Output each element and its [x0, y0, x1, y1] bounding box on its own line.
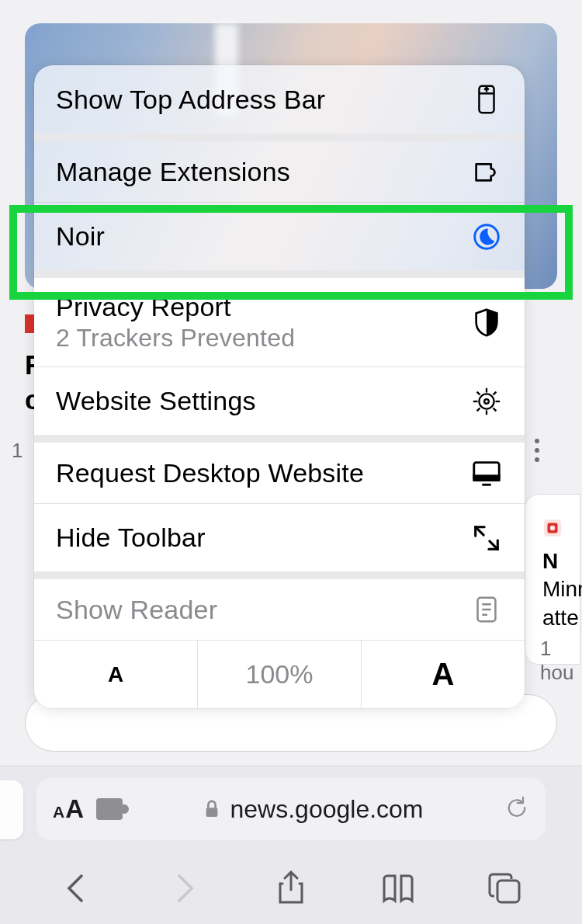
svg-rect-18 [474, 476, 499, 481]
svg-line-14 [494, 408, 497, 411]
svg-point-7 [479, 394, 494, 408]
menu-item-show-top-address-bar[interactable]: Show Top Address Bar [34, 65, 525, 134]
menu-item-label: Website Settings [56, 386, 256, 416]
address-bar[interactable]: AA news.google.com [36, 777, 546, 841]
svg-rect-26 [206, 808, 218, 817]
menu-item-label: Request Desktop Website [56, 458, 364, 488]
side-card-timestamp: 1 hou [540, 637, 582, 685]
side-card-headline: Minn [542, 575, 572, 603]
expand-arrows-icon [470, 522, 503, 554]
menu-item-show-reader: Show Reader [34, 571, 525, 640]
menu-item-request-desktop[interactable]: Request Desktop Website [34, 435, 525, 503]
menu-item-privacy-report[interactable]: Privacy Report 2 Trackers Prevented [34, 270, 525, 366]
svg-line-20 [476, 526, 484, 535]
share-button[interactable] [271, 868, 311, 908]
shield-icon [470, 306, 503, 339]
menu-item-label: Hide Toolbar [56, 523, 206, 553]
menu-item-label: Show Reader [56, 595, 217, 625]
bookmarks-button[interactable] [378, 868, 418, 908]
zoom-percent-display[interactable]: 100% [197, 641, 361, 708]
svg-line-16 [477, 408, 480, 411]
extensions-active-icon[interactable] [96, 798, 123, 820]
back-button[interactable] [57, 868, 97, 908]
forward-button [164, 868, 204, 908]
menu-item-noir-extension[interactable]: Noir [34, 202, 525, 270]
reload-button[interactable] [504, 795, 529, 823]
side-card-headline: atte [542, 604, 572, 632]
svg-point-2 [550, 526, 556, 531]
puzzle-piece-icon [470, 155, 503, 188]
desktop-monitor-icon [470, 457, 503, 489]
bg-text-fragment: 1 [12, 439, 23, 463]
news-source-icon [542, 518, 563, 538]
text-zoom-controls: A 100% A [34, 640, 525, 708]
page-settings-menu: Show Top Address Bar Manage Extensions N… [34, 65, 525, 708]
address-bar-url[interactable]: news.google.com [135, 795, 492, 824]
svg-line-21 [490, 540, 498, 549]
bottom-toolbar [0, 853, 582, 924]
zoom-increase-button[interactable]: A [361, 641, 525, 708]
menu-item-label: Noir [56, 221, 105, 252]
moon-icon [470, 221, 503, 253]
top-address-bar-icon [470, 83, 503, 116]
privacy-report-subtitle: 2 Trackers Prevented [56, 324, 295, 353]
menu-item-website-settings[interactable]: Website Settings [34, 366, 525, 435]
svg-line-15 [494, 391, 497, 394]
svg-rect-28 [497, 881, 519, 902]
adjacent-tab-peek[interactable] [0, 780, 23, 839]
tabs-button[interactable] [485, 868, 525, 908]
zoom-decrease-button[interactable]: A [34, 641, 197, 708]
menu-item-manage-extensions[interactable]: Manage Extensions [34, 134, 525, 202]
reader-document-icon [470, 593, 503, 626]
svg-point-8 [484, 399, 489, 404]
menu-item-hide-toolbar[interactable]: Hide Toolbar [34, 503, 525, 571]
browser-chrome: AA news.google.com [0, 766, 582, 924]
reader-aa-button[interactable]: AA [53, 794, 84, 824]
lock-icon [203, 799, 220, 819]
overflow-dots-icon[interactable] [535, 439, 539, 462]
menu-item-label: Show Top Address Bar [56, 85, 325, 115]
svg-line-13 [477, 391, 480, 394]
gear-icon [470, 385, 503, 418]
menu-item-label: Manage Extensions [56, 157, 290, 187]
side-card-source: N [542, 547, 572, 575]
menu-item-label: Privacy Report [56, 292, 295, 322]
